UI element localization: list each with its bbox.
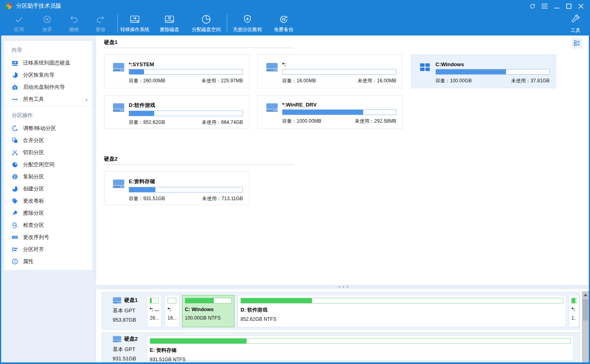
disk-map-block-winre[interactable]: *: 1.: [569, 295, 579, 327]
partition-name: D:软件游戏: [129, 102, 243, 109]
maximize-icon: [566, 4, 571, 9]
toolbar: 应用 放弃 撤销 重做 转移操作系统 擦除磁盘 分配磁盘空间: [0, 12, 590, 36]
partition-name: *:: [282, 61, 397, 67]
sidebar-item-allocate-free[interactable]: 分配空闲空间: [4, 159, 92, 171]
undo-icon: [69, 14, 79, 25]
sidebar-item-migrate-ssd[interactable]: 迁移系统到固态硬盘: [4, 57, 92, 69]
refresh-button[interactable]: [526, 1, 538, 11]
disk-map-block-c-windows[interactable]: C: Windows 100.00GB NTFS: [182, 295, 234, 327]
wipe-disk-icon: [164, 14, 175, 25]
sidebar-section-wizards: 向导 迁移系统到固态硬盘 分区恢复向导 启动光盘制作向导 所有工具 ›: [4, 40, 93, 108]
sidebar-item-copy-partition[interactable]: 复制分区: [4, 171, 92, 183]
wrench-icon: [570, 14, 581, 26]
block-size: 26...: [150, 315, 159, 321]
partition-card-winre[interactable]: *:WinRE_DRV 容量：1000.00MB 未使用：292.58MB: [257, 95, 403, 129]
disk-name: 硬盘1: [124, 297, 138, 304]
undo-button[interactable]: 撤销: [60, 14, 88, 33]
toolbar-separator: [227, 15, 227, 32]
disk-map-block-d[interactable]: D: 软件游戏 852.62GB NTFS: [238, 295, 566, 327]
partition-name: *:WinRE_DRV: [282, 102, 397, 108]
allocate-disk-space-label: 分配磁盘空间: [192, 26, 221, 33]
app-logo-icon: [5, 2, 12, 10]
scrollbar[interactable]: [582, 291, 589, 362]
hamburger-icon: [542, 4, 548, 8]
sidebar-item-split[interactable]: 切割分区: [4, 146, 92, 159]
copy-partition-icon: [12, 174, 18, 180]
disk-map-block[interactable]: *: ... 26...: [147, 295, 161, 327]
wipe-disk-button[interactable]: 擦除磁盘: [155, 14, 184, 33]
free-backup-label: 免费备份: [274, 26, 293, 33]
sidebar-item-serial-number[interactable]: 123 更改序列号: [4, 231, 92, 243]
disk-info[interactable]: 硬盘2 基本 GPT 931.51GB: [113, 335, 138, 362]
partition-card-d[interactable]: D:软件游戏 容量：852.62GB 未使用：664.74GB: [104, 95, 249, 129]
splitter-handle[interactable]: [96, 285, 590, 289]
disk-map-block-e[interactable]: E: 资料存储 931.51GB NTFS: [147, 335, 573, 360]
sidebar-item-erase-partition[interactable]: 擦除分区: [4, 207, 92, 219]
drive-icon: [113, 102, 126, 128]
svg-text:123: 123: [13, 236, 17, 238]
partition-card-c-windows[interactable]: C:Windows 容量：100.00GB 未使用：37.81GB: [411, 54, 556, 88]
disk-type: 基本 GPT: [113, 307, 138, 314]
usage-bar: [150, 338, 571, 344]
drive-icon: [266, 61, 280, 88]
sidebar-item-check-partition[interactable]: 检查分区: [4, 219, 92, 231]
volume-label-icon: [12, 198, 18, 204]
drive-icon: [113, 61, 126, 88]
usage-bar: [571, 298, 577, 303]
sidebar-item-align-partition[interactable]: 分区对齐: [4, 243, 92, 255]
migrate-os-button[interactable]: 转移操作系统: [118, 14, 151, 33]
sidebar-item-label: 擦除分区: [23, 209, 44, 217]
partition-card-e[interactable]: E:资料存储 容量：931.51GB 未使用：713.11GB: [104, 171, 249, 205]
minimize-button[interactable]: [550, 1, 563, 11]
sidebar-item-resize-move[interactable]: 调整/移动分区: [4, 122, 92, 134]
disk2-section-title: 硬盘2: [104, 155, 117, 163]
sidebar-item-label: 迁移系统到固态硬盘: [23, 59, 70, 67]
serial-number-icon: 123: [12, 234, 18, 241]
free-backup-button[interactable]: 免费备份: [270, 14, 298, 33]
disk1-section-title: 硬盘1: [104, 39, 117, 46]
sidebar-item-all-tools[interactable]: 所有工具 ›: [4, 93, 92, 105]
partition-name: E:资料存储: [129, 178, 243, 185]
wipe-disk-label: 擦除磁盘: [160, 26, 179, 33]
migrate-os-label: 转移操作系统: [120, 26, 149, 33]
free-backup-icon: [278, 14, 289, 25]
sidebar-item-partition-recovery[interactable]: 分区恢复向导: [4, 69, 92, 81]
disk1-map-row: 硬盘1 基本 GPT 953.87GB *: ... 26... *: 16..…: [102, 292, 580, 330]
unused-label: 未使用：713.11GB: [202, 195, 243, 202]
close-button[interactable]: [575, 1, 587, 11]
sidebar-item-label: 复制分区: [23, 173, 44, 180]
maximize-button[interactable]: [563, 1, 575, 11]
apply-button[interactable]: 应用: [5, 14, 33, 33]
scroll-up-button[interactable]: [582, 291, 589, 299]
scrollbar-thumb[interactable]: [583, 299, 588, 320]
discard-button[interactable]: 放弃: [33, 14, 61, 33]
sidebar: 向导 迁移系统到固态硬盘 分区恢复向导 启动光盘制作向导 所有工具 › 分区操作: [0, 36, 96, 362]
partition-card-system[interactable]: *:SYSTEM 容量：260.00MB 未使用：225.97MB: [104, 54, 249, 88]
tools-button[interactable]: 工具: [566, 14, 585, 34]
tutorial-button[interactable]: 无损分区教程: [229, 14, 266, 33]
unused-label: 未使用：16.00MB: [358, 77, 396, 84]
sidebar-item-create-partition[interactable]: 创建分区: [4, 183, 92, 195]
sidebar-item-merge[interactable]: 合并分区: [4, 134, 92, 146]
allocate-disk-space-button[interactable]: 分配磁盘空间: [188, 14, 224, 33]
sidebar-item-boot-disc[interactable]: 启动光盘制作向导: [4, 81, 92, 93]
partition-recovery-icon: [12, 72, 18, 78]
merge-icon: [12, 137, 18, 144]
block-label: *:: [167, 307, 176, 312]
close-icon: [578, 4, 584, 9]
partition-card-unnamed[interactable]: *: 容量：16.00MB 未使用：16.00MB: [257, 54, 403, 88]
capacity-label: 容量：1000.00MB: [282, 118, 321, 125]
redo-button[interactable]: 重做: [86, 14, 115, 33]
view-toggle-button[interactable]: [572, 38, 582, 48]
usage-bar: [129, 111, 243, 116]
chevron-right-icon: ›: [86, 96, 88, 103]
disk-map-block[interactable]: *: 16...: [165, 295, 179, 327]
sidebar-item-volume-label[interactable]: 更改卷标: [4, 195, 92, 207]
menu-button[interactable]: [538, 1, 550, 11]
disk-name: 硬盘2: [124, 335, 138, 343]
sidebar-item-properties[interactable]: 属性: [4, 255, 92, 268]
migrate-ssd-icon: [12, 60, 18, 66]
usage-bar: [185, 298, 232, 303]
app-window: 分区助手技术员版 应用 放弃: [0, 0, 590, 364]
disk-info[interactable]: 硬盘1 基本 GPT 953.87GB: [113, 297, 138, 323]
